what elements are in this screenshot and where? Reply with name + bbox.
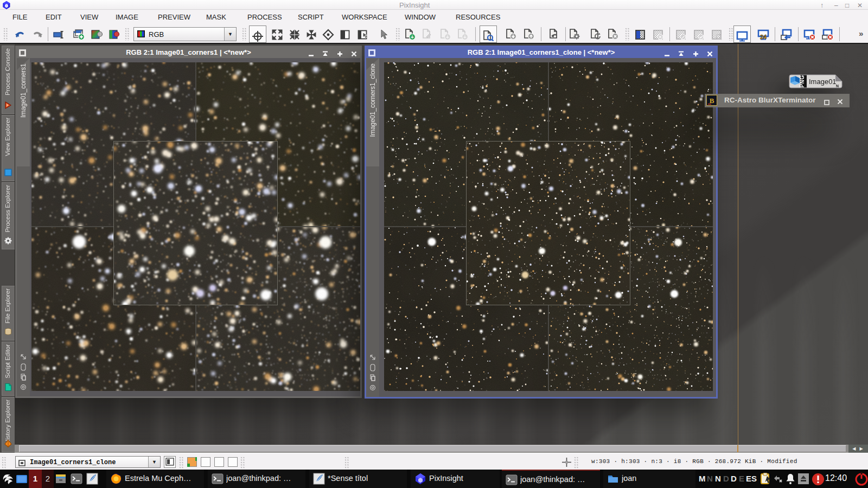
- svg-text:Image01: Image01: [809, 78, 837, 86]
- svg-text:N: N: [836, 84, 839, 88]
- svg-text:PNG: PNG: [799, 75, 805, 87]
- svg-text:24: 24: [760, 34, 767, 40]
- svg-text:+: +: [411, 34, 414, 40]
- svg-text:B: B: [710, 97, 714, 105]
- svg-text:+: +: [446, 34, 449, 40]
- svg-text:+: +: [463, 34, 467, 40]
